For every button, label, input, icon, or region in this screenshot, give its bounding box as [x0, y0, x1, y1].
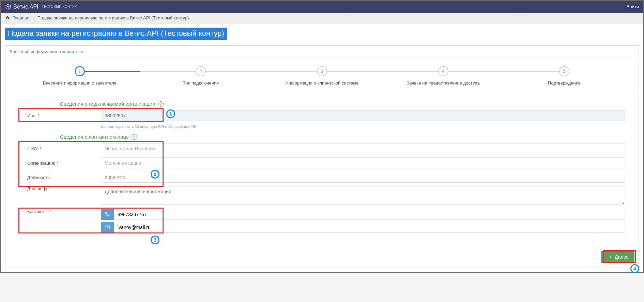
cube-icon [5, 4, 11, 10]
section-org-label: Сведения о подключаемой организации [60, 101, 155, 107]
step-circle: 2 [196, 66, 206, 76]
annotation-num-3: 3 [151, 236, 159, 244]
phone-input[interactable] [114, 209, 625, 220]
login-link[interactable]: Войти [627, 4, 639, 9]
contacts-label: Контакты: * [19, 209, 101, 214]
fio-label: ФИО: * [19, 146, 101, 151]
inn-input[interactable] [101, 110, 625, 121]
stepper: 1 Внесение информации о заявителе 2 Тип … [5, 58, 639, 92]
brand-name: Ветис.API [13, 4, 39, 10]
breadcrumb-home[interactable]: Главная [13, 15, 29, 20]
org-input[interactable] [101, 157, 625, 168]
position-label: Должность: [19, 175, 101, 180]
step-1[interactable]: 1 Внесение информации о заявителе [19, 66, 140, 86]
breadcrumb: Главная › Подача заявки на первичную рег… [1, 13, 643, 24]
step-circle: 4 [438, 66, 448, 76]
help-icon[interactable]: ? [158, 101, 164, 107]
step-label: Внесение информации о заявителе [19, 80, 140, 86]
step-circle: 1 [75, 66, 85, 76]
email-input[interactable] [114, 222, 625, 233]
annotation-num-4: 4 [630, 264, 639, 273]
position-input[interactable] [101, 172, 625, 183]
next-label: Далее [615, 254, 629, 260]
step-5[interactable]: 5 Подтверждение [504, 66, 625, 86]
step-label: Заявка на предоставление доступа [383, 80, 504, 86]
step-label: Тип подключения [140, 80, 262, 86]
home-icon [5, 15, 10, 20]
breadcrumb-current: Подача заявки на первичную регистрацию в… [37, 15, 189, 20]
step-4[interactable]: 4 Заявка на предоставление доступа [383, 66, 504, 86]
step-2[interactable]: 2 Тип подключения [140, 66, 262, 86]
org-label: Организация: * [19, 161, 101, 166]
inn-hint: Должен содержать 10 цифр для ЮЛ и 12 циф… [101, 124, 625, 129]
mail-icon [101, 222, 114, 233]
next-button[interactable]: Далее [601, 251, 634, 263]
inn-label: Инн: * [19, 113, 101, 118]
step-circle: 3 [317, 66, 327, 76]
extra-label: Доп. инфо: [19, 186, 101, 191]
panel-header: Внесение информации о заявителе [5, 46, 639, 58]
breadcrumb-sep: › [33, 15, 34, 20]
phone-icon [101, 209, 114, 220]
step-label: Информация о клиентской системе [261, 80, 383, 86]
page-title: Подача заявки на регистрацию в Ветис.API… [5, 28, 227, 40]
env-badge: ТЕСТОВЫЙ КОНТУР [42, 5, 77, 9]
section-contact-title: Сведения о контактном лице ? [60, 134, 625, 140]
section-org-title: Сведения о подключаемой организации ? [60, 101, 625, 107]
section-contact-label: Сведения о контактном лице [60, 134, 129, 140]
step-3[interactable]: 3 Информация о клиентской системе [261, 66, 383, 86]
fio-input[interactable] [101, 143, 625, 154]
extra-textarea[interactable] [101, 186, 625, 205]
step-circle: 5 [559, 66, 569, 76]
app-header: Ветис.API ТЕСТОВЫЙ КОНТУР Войти [1, 1, 643, 13]
step-label: Подтверждение [504, 80, 625, 86]
help-icon[interactable]: ? [132, 134, 137, 140]
arrow-right-icon [607, 255, 612, 259]
form-panel: Внесение информации о заявителе 1 Внесен… [5, 45, 639, 268]
